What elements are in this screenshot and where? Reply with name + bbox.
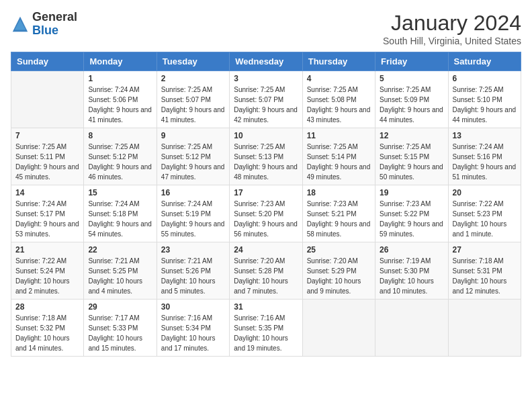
day-info: Sunrise: 7:24 AMSunset: 5:16 PMDaylight:… — [453, 142, 517, 182]
month-title: January 2024 — [383, 11, 521, 36]
day-info: Sunrise: 7:24 AMSunset: 5:18 PMDaylight:… — [88, 199, 152, 239]
day-header-sunday: Sunday — [11, 52, 84, 71]
calendar-cell: 4Sunrise: 7:25 AMSunset: 5:08 PMDaylight… — [302, 71, 375, 128]
day-info: Sunrise: 7:23 AMSunset: 5:22 PMDaylight:… — [380, 199, 443, 239]
day-info: Sunrise: 7:23 AMSunset: 5:20 PMDaylight:… — [234, 199, 298, 239]
day-number: 30 — [161, 302, 225, 312]
day-header-thursday: Thursday — [302, 52, 375, 71]
day-number: 3 — [234, 74, 298, 83]
day-number: 22 — [88, 245, 152, 255]
day-info: Sunrise: 7:25 AMSunset: 5:14 PMDaylight:… — [307, 142, 371, 182]
calendar-cell: 7Sunrise: 7:25 AMSunset: 5:11 PMDaylight… — [11, 128, 84, 185]
calendar-cell: 27Sunrise: 7:18 AMSunset: 5:31 PMDayligh… — [448, 242, 521, 300]
calendar-cell: 23Sunrise: 7:21 AMSunset: 5:26 PMDayligh… — [157, 242, 229, 300]
day-number: 16 — [161, 188, 225, 197]
day-number: 24 — [234, 245, 298, 255]
logo-general-text: General — [32, 11, 77, 24]
week-row-1: 1Sunrise: 7:24 AMSunset: 5:06 PMDaylight… — [11, 71, 521, 128]
calendar-cell: 26Sunrise: 7:19 AMSunset: 5:30 PMDayligh… — [375, 242, 448, 300]
day-number: 19 — [380, 188, 443, 197]
day-number: 17 — [234, 188, 298, 197]
calendar-cell: 15Sunrise: 7:24 AMSunset: 5:18 PMDayligh… — [84, 185, 157, 242]
week-row-5: 28Sunrise: 7:18 AMSunset: 5:32 PMDayligh… — [11, 300, 521, 357]
day-number: 10 — [234, 131, 298, 140]
calendar-cell — [375, 300, 448, 357]
day-number: 29 — [88, 302, 152, 312]
day-info: Sunrise: 7:24 AMSunset: 5:06 PMDaylight:… — [88, 85, 152, 125]
calendar-cell: 17Sunrise: 7:23 AMSunset: 5:20 PMDayligh… — [230, 185, 302, 242]
calendar-cell: 22Sunrise: 7:21 AMSunset: 5:25 PMDayligh… — [84, 242, 157, 300]
day-number: 4 — [307, 74, 371, 83]
day-number: 11 — [307, 131, 371, 140]
day-info: Sunrise: 7:25 AMSunset: 5:07 PMDaylight:… — [234, 85, 298, 125]
day-number: 21 — [15, 245, 79, 255]
calendar-cell: 1Sunrise: 7:24 AMSunset: 5:06 PMDaylight… — [84, 71, 157, 128]
day-header-saturday: Saturday — [448, 52, 521, 71]
calendar-cell: 12Sunrise: 7:25 AMSunset: 5:15 PMDayligh… — [375, 128, 448, 185]
logo: General Blue — [11, 11, 77, 38]
day-info: Sunrise: 7:20 AMSunset: 5:29 PMDaylight:… — [307, 256, 371, 296]
day-info: Sunrise: 7:24 AMSunset: 5:19 PMDaylight:… — [161, 199, 225, 239]
day-info: Sunrise: 7:25 AMSunset: 5:07 PMDaylight:… — [161, 85, 225, 125]
day-number: 9 — [161, 131, 225, 140]
calendar-cell — [448, 300, 521, 357]
day-info: Sunrise: 7:18 AMSunset: 5:32 PMDaylight:… — [15, 313, 79, 353]
day-number: 6 — [453, 74, 517, 83]
day-number: 12 — [380, 131, 443, 140]
calendar-cell: 14Sunrise: 7:24 AMSunset: 5:17 PMDayligh… — [11, 185, 84, 242]
calendar-cell: 13Sunrise: 7:24 AMSunset: 5:16 PMDayligh… — [448, 128, 521, 185]
calendar-cell: 20Sunrise: 7:22 AMSunset: 5:23 PMDayligh… — [448, 185, 521, 242]
calendar-cell: 25Sunrise: 7:20 AMSunset: 5:29 PMDayligh… — [302, 242, 375, 300]
day-info: Sunrise: 7:25 AMSunset: 5:11 PMDaylight:… — [15, 142, 79, 182]
day-info: Sunrise: 7:25 AMSunset: 5:12 PMDaylight:… — [88, 142, 152, 182]
calendar-cell: 8Sunrise: 7:25 AMSunset: 5:12 PMDaylight… — [84, 128, 157, 185]
calendar-cell: 30Sunrise: 7:16 AMSunset: 5:34 PMDayligh… — [157, 300, 229, 357]
day-number: 8 — [88, 131, 152, 140]
calendar-cell: 11Sunrise: 7:25 AMSunset: 5:14 PMDayligh… — [302, 128, 375, 185]
title-area: January 2024 South Hill, Virginia, Unite… — [383, 11, 521, 46]
day-header-monday: Monday — [84, 52, 157, 71]
day-number: 27 — [453, 245, 517, 255]
calendar-cell: 21Sunrise: 7:22 AMSunset: 5:24 PMDayligh… — [11, 242, 84, 300]
page-header: General Blue January 2024 South Hill, Vi… — [11, 11, 521, 46]
day-info: Sunrise: 7:16 AMSunset: 5:34 PMDaylight:… — [161, 313, 225, 353]
calendar-cell: 2Sunrise: 7:25 AMSunset: 5:07 PMDaylight… — [157, 71, 229, 128]
day-header-wednesday: Wednesday — [230, 52, 302, 71]
day-number: 1 — [88, 74, 152, 83]
day-number: 2 — [161, 74, 225, 83]
logo-icon — [11, 15, 30, 34]
calendar-body: 1Sunrise: 7:24 AMSunset: 5:06 PMDaylight… — [11, 71, 521, 357]
day-number: 18 — [307, 188, 371, 197]
location: South Hill, Virginia, United States — [383, 36, 521, 46]
day-info: Sunrise: 7:25 AMSunset: 5:13 PMDaylight:… — [234, 142, 298, 182]
calendar-cell: 5Sunrise: 7:25 AMSunset: 5:09 PMDaylight… — [375, 71, 448, 128]
week-row-2: 7Sunrise: 7:25 AMSunset: 5:11 PMDaylight… — [11, 128, 521, 185]
day-info: Sunrise: 7:25 AMSunset: 5:08 PMDaylight:… — [307, 85, 371, 125]
day-info: Sunrise: 7:24 AMSunset: 5:17 PMDaylight:… — [15, 199, 79, 239]
day-number: 15 — [88, 188, 152, 197]
day-number: 23 — [161, 245, 225, 255]
day-header-tuesday: Tuesday — [157, 52, 229, 71]
day-info: Sunrise: 7:25 AMSunset: 5:15 PMDaylight:… — [380, 142, 443, 182]
day-number: 14 — [15, 188, 79, 197]
day-info: Sunrise: 7:25 AMSunset: 5:12 PMDaylight:… — [161, 142, 225, 182]
day-number: 13 — [453, 131, 517, 140]
calendar-header-row: SundayMondayTuesdayWednesdayThursdayFrid… — [11, 52, 521, 71]
day-info: Sunrise: 7:25 AMSunset: 5:09 PMDaylight:… — [380, 85, 443, 125]
day-number: 25 — [307, 245, 371, 255]
calendar-cell: 10Sunrise: 7:25 AMSunset: 5:13 PMDayligh… — [230, 128, 302, 185]
day-number: 26 — [380, 245, 443, 255]
day-info: Sunrise: 7:22 AMSunset: 5:23 PMDaylight:… — [453, 199, 517, 239]
calendar-cell: 29Sunrise: 7:17 AMSunset: 5:33 PMDayligh… — [84, 300, 157, 357]
day-number: 31 — [234, 302, 298, 312]
day-info: Sunrise: 7:20 AMSunset: 5:28 PMDaylight:… — [234, 256, 298, 296]
calendar-cell: 6Sunrise: 7:25 AMSunset: 5:10 PMDaylight… — [448, 71, 521, 128]
week-row-4: 21Sunrise: 7:22 AMSunset: 5:24 PMDayligh… — [11, 242, 521, 300]
calendar-cell: 19Sunrise: 7:23 AMSunset: 5:22 PMDayligh… — [375, 185, 448, 242]
day-info: Sunrise: 7:22 AMSunset: 5:24 PMDaylight:… — [15, 256, 79, 296]
day-number: 7 — [15, 131, 79, 140]
calendar-cell: 3Sunrise: 7:25 AMSunset: 5:07 PMDaylight… — [230, 71, 302, 128]
logo-blue-text: Blue — [32, 24, 77, 38]
day-info: Sunrise: 7:19 AMSunset: 5:30 PMDaylight:… — [380, 256, 443, 296]
calendar-table: SundayMondayTuesdayWednesdayThursdayFrid… — [11, 52, 521, 357]
